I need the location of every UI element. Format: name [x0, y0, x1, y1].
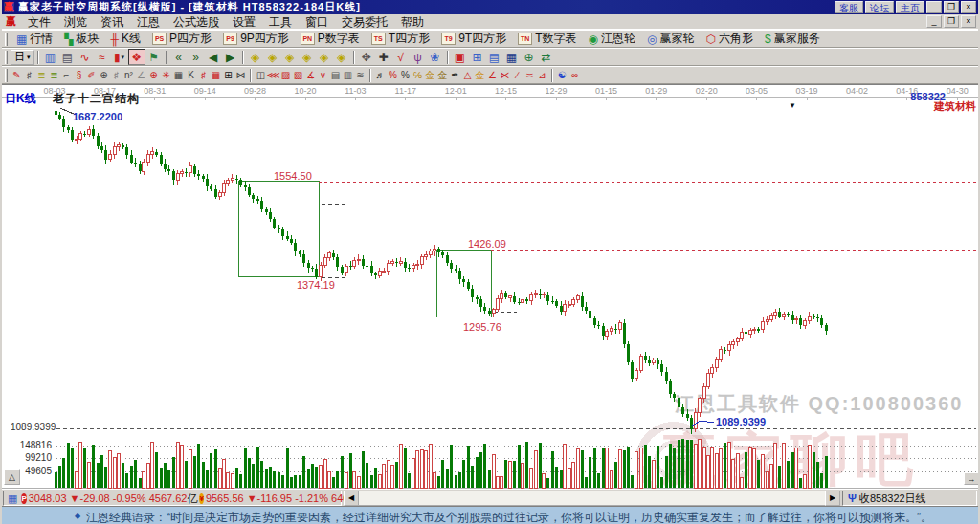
diamond-shrink-icon[interactable]: ◈	[299, 49, 316, 65]
marker-pen-icon[interactable]: ✐	[85, 68, 98, 83]
steps-icon[interactable]: ≍	[523, 68, 536, 83]
region-icon[interactable]: ▥	[42, 49, 59, 65]
price-grid-icon[interactable]: ≣	[35, 68, 48, 83]
gann-grid-icon[interactable]: ▨	[279, 68, 292, 83]
target-icon[interactable]: ⊕	[147, 68, 160, 83]
menu-item-formula-picker[interactable]: 公式选股	[167, 14, 226, 30]
trend-bold-icon[interactable]: ≈	[94, 49, 111, 65]
first-page-icon[interactable]: «	[170, 49, 188, 65]
golden-box-icon[interactable]: 金	[436, 68, 449, 83]
diamond-up-icon[interactable]: ◈	[316, 49, 333, 65]
quotes-button[interactable]: ▦行情	[11, 31, 58, 47]
candlestick-series[interactable]	[55, 111, 828, 434]
wave-icon[interactable]: ∨	[317, 68, 329, 83]
curve-tool-icon[interactable]: √	[392, 49, 410, 65]
price-plot[interactable]	[2, 85, 978, 489]
p-number-table-button[interactable]: PNP数字表	[295, 31, 366, 47]
menu-item-gann[interactable]: 江恩	[130, 14, 167, 30]
gann-wheel-button[interactable]: ◉江恩轮	[583, 31, 641, 47]
menu-item-settings[interactable]: 设置	[226, 14, 262, 30]
t-number-table-button[interactable]: TNT数字表	[512, 31, 582, 47]
gold-ray-icon[interactable]: 金	[474, 68, 486, 83]
p9-square-button[interactable]: P99P四方形	[217, 31, 295, 47]
hand-tool-icon[interactable]: ✥	[358, 49, 375, 65]
shenzhen-index-icon[interactable]: ¥	[199, 493, 203, 504]
t-square-button[interactable]: TST四方形	[366, 31, 435, 47]
calculator-icon[interactable]: ⊞	[469, 49, 486, 65]
circle-cross-icon[interactable]: ⊕	[98, 68, 110, 83]
golden-section-icon[interactable]: 金	[424, 68, 436, 83]
expand-pane-button[interactable]: △	[4, 469, 20, 485]
zone-icon[interactable]: ⊿	[536, 68, 548, 83]
shanghai-index-icon[interactable]: P	[21, 493, 26, 504]
diamond-right-icon[interactable]: ◈	[264, 49, 281, 65]
ruler-icon[interactable]: ♯	[110, 68, 122, 83]
diamond-expand-icon[interactable]: ◈	[281, 49, 299, 65]
ray-icon[interactable]: ∕	[511, 68, 523, 83]
child-minimize-button[interactable]: _	[926, 15, 942, 28]
scrollbar-track[interactable]	[359, 491, 825, 506]
red-grid-icon[interactable]: ♯	[197, 68, 210, 83]
time-ruler-icon[interactable]: ⋈	[234, 68, 247, 83]
draw-tool-icon[interactable]: ψ	[410, 49, 427, 65]
close-button[interactable]: ×	[961, 1, 976, 13]
k-mark-icon[interactable]: K	[185, 68, 197, 83]
gann-frame-icon[interactable]: ◫	[255, 68, 267, 83]
save-icon[interactable]: ▦	[503, 49, 521, 65]
forum-button[interactable]: 论坛	[865, 1, 894, 13]
grid-status-icon[interactable]: ▦	[8, 492, 17, 505]
trend-icon[interactable]: ∿	[77, 49, 94, 65]
percent-icon[interactable]: %	[399, 68, 412, 83]
diamond-left-icon[interactable]: ◈	[247, 49, 264, 65]
horizontal-scrollbar[interactable]: ◀ ▶	[344, 491, 840, 506]
kline-style-icon[interactable]: ▮▾	[111, 49, 128, 65]
kline-button[interactable]: ╫K线	[105, 31, 147, 47]
info-panel-icon[interactable]: ▤	[59, 49, 77, 65]
red-net-icon[interactable]: ▦	[210, 68, 222, 83]
yinyang-icon[interactable]: ☯	[556, 68, 568, 83]
rose-icon[interactable]: ❀	[427, 49, 444, 65]
net-dense-icon[interactable]: ▥	[342, 68, 354, 83]
last-page-icon[interactable]: »	[188, 49, 205, 65]
chart-area[interactable]: 江恩工具软件 QQ:100800360 赢家聊吧 08-0308-1708-31…	[2, 84, 978, 489]
black-net-icon[interactable]: ⊞	[222, 68, 234, 83]
minimize-button[interactable]: _	[926, 1, 942, 13]
menu-item-info[interactable]: 资讯	[94, 14, 130, 30]
hexagon-button[interactable]: ⬡六角形	[701, 31, 759, 47]
notebook-icon[interactable]: ▤	[486, 49, 503, 65]
winner-service-button[interactable]: $赢家服务	[759, 31, 826, 47]
menu-item-tools[interactable]: 工具	[262, 14, 299, 30]
p-square-button[interactable]: PSP四方形	[146, 31, 217, 47]
scrollbar-left-arrow[interactable]: ◀	[344, 491, 359, 506]
scroll-right-button[interactable]: →	[964, 472, 978, 485]
menu-item-file[interactable]: 文件	[21, 14, 57, 30]
winner-wheel-button[interactable]: ◎赢家轮	[641, 31, 700, 47]
prev-bar-icon[interactable]: ◀	[205, 49, 222, 65]
homepage-button[interactable]: 主页	[896, 1, 924, 13]
period-selector-dropdown[interactable]: 日▾	[11, 50, 34, 65]
star-icon[interactable]: ✳	[160, 68, 172, 83]
child-close-button[interactable]: ×	[961, 15, 976, 28]
pen-tool-icon[interactable]: ✎	[11, 68, 23, 83]
ink-icon[interactable]: ✒	[449, 68, 461, 83]
grid-lines-icon[interactable]: ♯	[23, 68, 35, 83]
calendar-icon[interactable]: ▣	[452, 49, 469, 65]
child-restore-button[interactable]: ❐	[944, 15, 959, 28]
menu-item-browse[interactable]: 浏览	[57, 14, 94, 30]
transfer-icon[interactable]: ⇄	[538, 49, 555, 65]
percent-red-icon[interactable]: %	[387, 68, 399, 83]
menu-item-help[interactable]: 帮助	[394, 14, 431, 30]
angle-lines-icon[interactable]: ∡	[304, 68, 317, 83]
restore-button[interactable]: ❐	[944, 1, 959, 13]
level-flag-icon[interactable]: ⌐	[60, 68, 73, 83]
angle-icon[interactable]: ∠	[135, 68, 147, 83]
percent-gold-icon[interactable]: ℅	[412, 68, 424, 83]
t9-square-button[interactable]: T99T四方形	[435, 31, 512, 47]
net-icon[interactable]: ▤	[329, 68, 342, 83]
flag-icon[interactable]: ⚑	[145, 49, 163, 65]
pattern-icon[interactable]: ❖	[128, 49, 145, 65]
pyramid-icon[interactable]: △	[461, 68, 474, 83]
crosshair-icon[interactable]: ✚	[375, 49, 392, 65]
price-grid-green-icon[interactable]: ≣	[48, 68, 60, 83]
diamond-down-icon[interactable]: ◈	[333, 49, 350, 65]
